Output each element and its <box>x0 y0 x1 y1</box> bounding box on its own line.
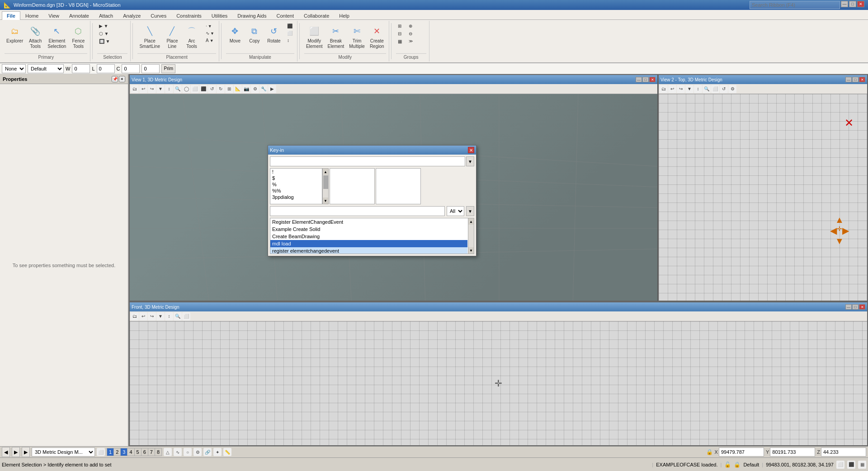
explorer-button[interactable]: 🗂 Explorer <box>5 23 25 45</box>
sb-view-icon-1[interactable]: ⬜ <box>97 448 105 456</box>
v1-tool-9[interactable]: ⬛ <box>199 85 208 93</box>
style-select[interactable]: Default <box>28 64 64 73</box>
attribute-select[interactable]: None <box>2 64 26 73</box>
v1-tool-13[interactable]: 📐 <box>234 85 242 93</box>
sb-gear-icon[interactable]: ⚙ <box>193 448 202 456</box>
v2-tool-8[interactable]: ↺ <box>720 85 728 93</box>
cmd-item-5[interactable]: 3ppdialog <box>270 194 322 200</box>
v1-tool-17[interactable]: ▶ <box>268 85 276 93</box>
tab-curves[interactable]: Curves <box>146 11 171 20</box>
tab-8[interactable]: 8 <box>155 448 161 456</box>
v1-tool-11[interactable]: ↻ <box>217 85 225 93</box>
v3-tool-7[interactable]: ⬜ <box>182 312 190 320</box>
v2-tool-4[interactable]: ▼ <box>685 85 693 93</box>
tab-drawing-aids[interactable]: Drawing Aids <box>232 11 271 20</box>
filter-dropdown-button[interactable]: ▼ <box>466 206 474 216</box>
v2-tool-9[interactable]: ⚙ <box>728 85 736 93</box>
rotate-button[interactable]: ↺ Rotate <box>265 23 283 45</box>
groups-extend-btn[interactable]: ≫ <box>407 38 415 44</box>
v1-tool-8[interactable]: ⬜ <box>191 85 199 93</box>
break-element-button[interactable]: ✂ BreakElement <box>326 23 346 51</box>
tab-view[interactable]: View <box>43 11 64 20</box>
v1-tool-5[interactable]: ↕ <box>165 85 173 93</box>
v1-tool-14[interactable]: 📷 <box>242 85 250 93</box>
scroll-up-arrow[interactable]: ▲ <box>323 169 328 175</box>
z-input[interactable] <box>821 447 866 457</box>
v3-tool-2[interactable]: ↩ <box>139 312 147 320</box>
view-2-maximize[interactable]: □ <box>852 77 859 82</box>
tab-1[interactable]: 1 <box>107 448 114 456</box>
v1-tool-2[interactable]: ↩ <box>139 85 147 93</box>
tab-attach[interactable]: Attach <box>94 11 118 20</box>
groups-btn-5[interactable]: ⊖ <box>407 30 415 37</box>
view-1-close[interactable]: ✕ <box>649 77 656 82</box>
view-3-canvas[interactable]: ✛ <box>130 321 867 445</box>
history-item-4[interactable]: mdl load <box>270 240 467 247</box>
groups-btn-3[interactable]: ▦ <box>396 38 404 45</box>
view-1-maximize[interactable]: □ <box>642 77 649 82</box>
place-smartline-button[interactable]: ╲ PlaceSmartLine <box>137 23 162 51</box>
select-mode-button[interactable]: ▶ ▼ <box>97 23 112 29</box>
group-sel-button[interactable]: 🔲 ▼ <box>97 38 112 45</box>
sb-wave-icon[interactable]: ∿ <box>174 448 182 456</box>
tab-collaborate[interactable]: Collaborate <box>299 11 334 20</box>
v2-tool-5[interactable]: ↕ <box>694 85 702 93</box>
history-item-2[interactable]: Example Create Solid <box>270 226 467 233</box>
view-2-canvas[interactable]: ▲ ◀✛▶ ▼ ✕ <box>659 94 867 301</box>
nav-forward-button[interactable]: ▶ <box>12 447 20 457</box>
placement-extra-1[interactable]: · ▼ <box>204 23 216 29</box>
cmd-item-4[interactable]: %% <box>270 188 322 194</box>
modify-element-button[interactable]: ⬜ ModifyElement <box>304 23 325 51</box>
tab-3[interactable]: 3 <box>121 448 127 456</box>
v1-tool-6[interactable]: 🔍 <box>174 85 182 93</box>
v2-tool-1[interactable]: 🗂 <box>660 85 668 93</box>
tab-utilities[interactable]: Utilities <box>207 11 232 20</box>
arc-tools-button[interactable]: ⌒ ArcTools <box>183 23 201 51</box>
tab-file[interactable]: File <box>2 11 20 20</box>
trim-multiple-button[interactable]: ✄ TrimMultiple <box>347 23 366 51</box>
filter-select[interactable]: All <box>447 206 464 216</box>
history-item-1[interactable]: Register ElementChangedEvent <box>270 218 467 226</box>
placement-extra-3[interactable]: A ▼ <box>204 37 216 44</box>
copy-button[interactable]: ⧉ Copy <box>245 23 264 45</box>
minimize-button[interactable]: — <box>841 1 848 7</box>
v1-tool-10[interactable]: ↺ <box>208 85 216 93</box>
nav-back-button[interactable]: ◀ <box>2 447 10 457</box>
panel-close-button[interactable]: ✕ <box>119 76 125 82</box>
view-3-maximize[interactable]: □ <box>852 304 859 310</box>
view-3-close[interactable]: ✕ <box>859 304 865 310</box>
v2-tool-2[interactable]: ↩ <box>668 85 676 93</box>
tab-annotate[interactable]: Annotate <box>64 11 94 20</box>
maximize-button[interactable]: □ <box>849 1 856 7</box>
groups-btn-2[interactable]: ⊟ <box>396 30 404 37</box>
v3-tool-4[interactable]: ▼ <box>156 312 165 320</box>
v1-tool-12[interactable]: ⊞ <box>225 85 233 93</box>
scroll-thumb[interactable] <box>323 175 329 189</box>
element-selection-button[interactable]: ↖ ElementSelection <box>46 23 68 51</box>
sb-lock-2-icon[interactable]: 🔓 <box>724 462 731 468</box>
sb-lock-icon[interactable]: 🔒 <box>706 449 713 455</box>
hist-scroll-down[interactable]: ▼ <box>468 247 474 254</box>
tab-4[interactable]: 4 <box>127 448 134 456</box>
move-button[interactable]: ✥ Move <box>226 23 244 45</box>
tab-constraints[interactable]: Constraints <box>171 11 207 20</box>
placement-extra-2[interactable]: ∿ ▼ <box>204 30 216 37</box>
v2-tool-6[interactable]: 🔍 <box>703 85 711 93</box>
x-input[interactable] <box>719 447 764 457</box>
close-button[interactable]: ✕ <box>857 1 864 7</box>
manip-extra-1[interactable]: ⬛ <box>285 23 294 29</box>
keyin-dropdown-button[interactable]: ▼ <box>466 156 474 166</box>
sb-link-icon[interactable]: 🔗 <box>203 448 212 456</box>
v3-tool-1[interactable]: 🗂 <box>131 312 139 320</box>
v1-tool-16[interactable]: 🔧 <box>259 85 268 93</box>
history-item-3[interactable]: Create BeamDrawing <box>270 233 467 240</box>
view-2-minimize[interactable]: — <box>845 77 852 82</box>
extra-input[interactable] <box>142 64 160 73</box>
v2-tool-3[interactable]: ↪ <box>677 85 685 93</box>
y-input[interactable] <box>770 447 815 457</box>
view-1-minimize[interactable]: — <box>636 77 642 82</box>
v1-tool-15[interactable]: ⚙ <box>251 85 259 93</box>
hist-scroll-up[interactable]: ▲ <box>468 218 474 225</box>
sb-icon-end-3[interactable]: ▦ <box>858 461 866 469</box>
tab-5[interactable]: 5 <box>135 448 142 456</box>
